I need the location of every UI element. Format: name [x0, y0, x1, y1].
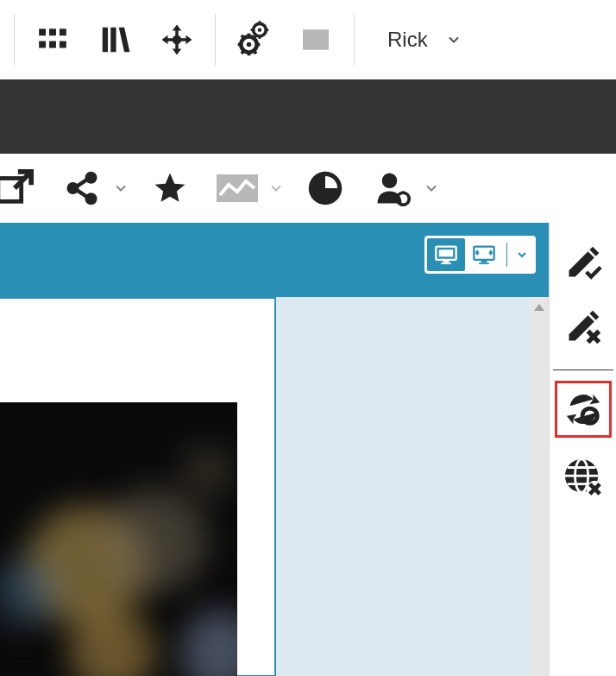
svg-rect-24: [266, 28, 269, 31]
svg-rect-0: [39, 28, 46, 35]
globe-cancel-button[interactable]: [559, 453, 607, 502]
svg-rect-3: [39, 41, 46, 48]
svg-rect-41: [443, 261, 449, 262]
svg-rect-35: [402, 192, 405, 195]
clock-icon[interactable]: [304, 167, 347, 210]
page-frame[interactable]: [0, 297, 276, 676]
share-icon[interactable]: [60, 167, 104, 210]
svg-rect-45: [479, 262, 489, 264]
chart-icon[interactable]: [216, 167, 259, 210]
view-dropdown[interactable]: [511, 238, 533, 271]
svg-rect-23: [251, 28, 255, 31]
svg-rect-13: [238, 43, 242, 47]
edit-check-button[interactable]: [559, 238, 607, 287]
svg-point-20: [258, 28, 261, 31]
user-menu[interactable]: Rick: [387, 28, 480, 52]
svg-rect-2: [60, 28, 66, 35]
scroll-up-icon[interactable]: [532, 302, 546, 313]
refresh-circle-button[interactable]: [555, 381, 612, 438]
chevron-down-icon: [445, 31, 462, 48]
svg-rect-36: [402, 204, 405, 207]
svg-rect-21: [259, 21, 261, 24]
device-view-button[interactable]: [465, 238, 503, 271]
svg-line-29: [78, 180, 87, 186]
inbox-icon[interactable]: [295, 19, 336, 60]
svg-rect-37: [396, 198, 399, 201]
right-rail: [549, 223, 616, 676]
user-settings-dropdown[interactable]: [423, 180, 440, 197]
main-area: [0, 223, 616, 676]
svg-rect-40: [439, 250, 453, 256]
action-toolbar: [0, 154, 616, 223]
view-toggle-bar: [424, 236, 536, 274]
dark-header-bar: [0, 79, 616, 154]
edit-cancel-button[interactable]: [559, 302, 607, 351]
svg-rect-7: [110, 28, 116, 53]
top-bar: Rick: [0, 0, 616, 79]
user-name-label: Rick: [387, 28, 428, 52]
content-column: [0, 223, 549, 676]
svg-rect-12: [248, 52, 251, 56]
svg-rect-11: [248, 34, 251, 38]
svg-rect-22: [259, 35, 261, 39]
vertical-scrollbar[interactable]: [530, 297, 549, 676]
grid-icon[interactable]: [32, 19, 73, 60]
svg-rect-1: [49, 28, 56, 35]
svg-rect-42: [441, 262, 451, 264]
canvas-area[interactable]: [0, 297, 530, 676]
svg-point-8: [173, 35, 182, 45]
library-icon[interactable]: [94, 19, 135, 60]
svg-point-33: [382, 174, 398, 189]
svg-rect-38: [408, 198, 412, 201]
svg-marker-46: [534, 304, 544, 311]
popout-icon[interactable]: [0, 167, 36, 210]
svg-rect-44: [481, 261, 487, 262]
svg-line-30: [78, 191, 87, 197]
content-image: [0, 402, 237, 676]
desktop-view-button[interactable]: [427, 238, 465, 271]
svg-rect-14: [256, 43, 261, 47]
move-icon[interactable]: [156, 19, 198, 60]
svg-point-10: [247, 42, 252, 47]
gears-icon[interactable]: [233, 19, 274, 60]
user-settings-icon[interactable]: [371, 167, 414, 210]
share-dropdown[interactable]: [112, 180, 129, 197]
svg-rect-6: [103, 28, 108, 53]
star-icon[interactable]: [148, 167, 192, 210]
chart-dropdown[interactable]: [267, 180, 285, 197]
svg-rect-4: [49, 41, 56, 48]
svg-rect-5: [60, 41, 66, 48]
